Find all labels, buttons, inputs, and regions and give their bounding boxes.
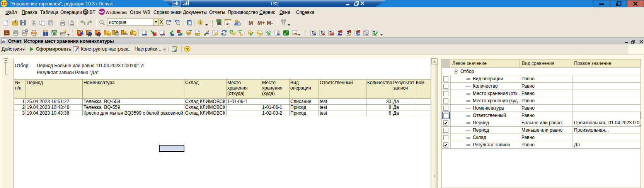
svg-text:?: ?	[186, 47, 189, 52]
svg-text:М-: М-	[267, 20, 273, 26]
svg-text:₿: ₿	[84, 10, 87, 14]
svg-text:М+: М+	[257, 20, 265, 26]
svg-text:1C: 1C	[1, 1, 7, 6]
svg-text:М: М	[249, 20, 253, 26]
svg-text:$: $	[54, 32, 55, 35]
svg-text:31: 31	[226, 22, 230, 26]
svg-text:WB: WB	[99, 10, 105, 14]
